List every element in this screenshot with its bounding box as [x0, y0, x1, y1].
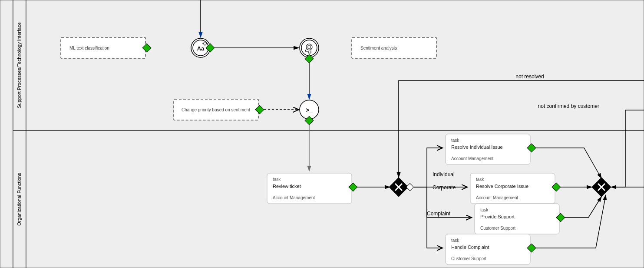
loop-label-not-resolved: not resolved [515, 74, 544, 80]
svg-text:Customer Support: Customer Support [480, 226, 515, 231]
bpmn-canvas: Support Processes/Technology Interface O… [0, 0, 644, 268]
svg-text:Account Management: Account Management [451, 156, 494, 161]
branch-label-individual: Individual [433, 171, 455, 178]
task-review-ticket[interactable]: task Review ticket Account Management [267, 173, 352, 204]
svg-text:Account Management: Account Management [273, 195, 315, 200]
task-resolve-corporate[interactable]: task Resolve Corporate Issue Account Man… [470, 173, 555, 204]
task-handle-complaint[interactable]: task Handle Complaint Customer Support [446, 234, 530, 265]
svg-text:Account Management: Account Management [476, 195, 519, 200]
svg-text:Handle Complaint: Handle Complaint [451, 245, 489, 250]
task-resolve-individual[interactable]: task Resolve Individual Issue Account Ma… [446, 134, 530, 164]
svg-text:Resolve Corporate Issue: Resolve Corporate Issue [476, 184, 528, 189]
svg-text:task: task [476, 177, 484, 182]
svg-text:Sentiment analysis: Sentiment analysis [360, 46, 397, 50]
svg-rect-4 [26, 0, 644, 131]
branch-label-complaint: Complaint [427, 211, 451, 217]
aa-icon: Aa [197, 45, 205, 52]
lane-label-bottom: Organizational Functions [17, 173, 22, 226]
loop-label-not-confirmed: not confirmed by customer [538, 103, 599, 109]
svg-text:Provide Support: Provide Support [480, 214, 515, 219]
svg-text:ML text classification: ML text classification [69, 46, 109, 50]
svg-text:task: task [273, 177, 281, 182]
svg-text:Change priority based on senti: Change priority based on sentiment [182, 107, 250, 112]
annotation-ml: ML text classification [61, 37, 145, 58]
script-icon: >_ [306, 107, 313, 114]
svg-text:Resolve Individual Issue: Resolve Individual Issue [451, 144, 503, 150]
svg-text:task: task [480, 208, 489, 212]
svg-text:task: task [451, 138, 459, 143]
svg-rect-1 [0, 0, 13, 268]
annotation-priority: Change priority based on sentiment [174, 99, 258, 120]
branch-label-corporate: Corporate [433, 184, 456, 191]
svg-text:Customer Support: Customer Support [451, 256, 486, 261]
task-provide-support[interactable]: task Provide Support Customer Support [475, 204, 559, 234]
svg-text:task: task [451, 238, 459, 243]
annotation-sentiment: Sentiment analysis [352, 37, 436, 58]
svg-text:Review ticket: Review ticket [273, 184, 301, 189]
lane-label-top: Support Processes/Technology Interface [17, 22, 22, 108]
